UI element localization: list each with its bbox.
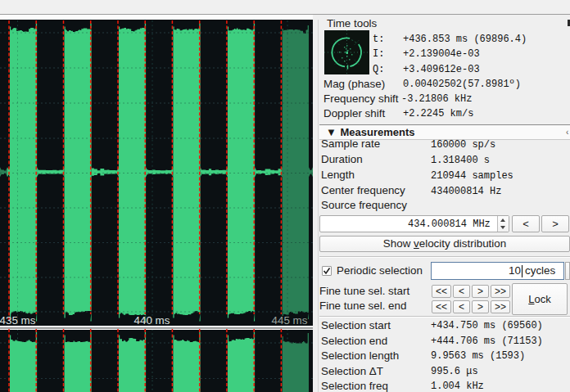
svg-text:440 ms: 440 ms xyxy=(134,314,170,327)
svg-text:445 ms: 445 ms xyxy=(272,314,308,327)
svg-text:435 ms: 435 ms xyxy=(0,314,36,327)
